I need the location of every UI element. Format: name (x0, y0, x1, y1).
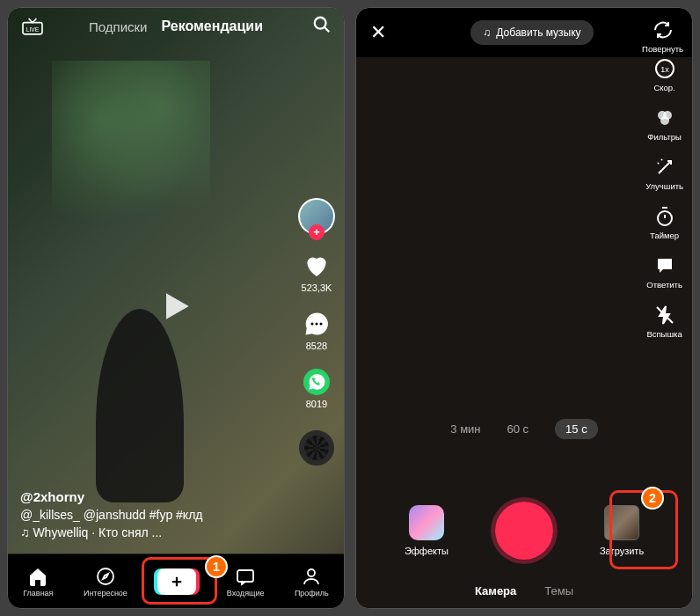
svg-point-7 (98, 568, 113, 584)
video-caption[interactable]: @_killses_ @janshudd #fyp #клд (20, 508, 202, 522)
nav-profile-label: Профиль (295, 589, 329, 598)
flash-button[interactable]: Вспышка (645, 304, 683, 339)
author-handle[interactable]: @2xhorny (20, 489, 202, 504)
effects-icon (409, 505, 444, 540)
mode-templates[interactable]: Темы (544, 584, 573, 598)
search-icon[interactable] (312, 15, 332, 38)
svg-point-3 (311, 323, 314, 326)
speed-button[interactable]: 1x Скор. (645, 57, 683, 92)
flip-label: Повернуть (642, 44, 683, 54)
duration-3min[interactable]: 3 мин (450, 422, 480, 439)
nav-inbox[interactable]: Входящие (227, 566, 265, 598)
feed-header: LIVE Подписки Рекомендации (8, 18, 344, 34)
like-button[interactable]: 523,3K (302, 251, 332, 293)
create-button[interactable] (157, 568, 196, 595)
play-icon[interactable] (157, 287, 195, 329)
speed-icon: 1x (653, 57, 676, 80)
filters-label: Фильтры (647, 132, 682, 142)
add-music-label: Добавить музыку (496, 26, 580, 39)
share-count: 8019 (306, 399, 327, 409)
mode-camera[interactable]: Камера (475, 584, 516, 598)
svg-point-5 (320, 323, 323, 326)
svg-text:LIVE: LIVE (26, 26, 40, 33)
comment-count: 8528 (306, 341, 327, 351)
nav-discover[interactable]: Интересное (84, 566, 128, 598)
nav-inbox-label: Входящие (227, 589, 265, 598)
filters-button[interactable]: Фильтры (645, 106, 683, 142)
upload-label: Загрузить (600, 546, 644, 556)
author-avatar[interactable]: + (298, 198, 335, 235)
step-badge-1: 1 (205, 555, 228, 578)
action-rail: + 523,3K 8528 8019 (298, 198, 335, 466)
bottom-nav: Главная Интересное Входящие Профиль (8, 554, 344, 608)
svg-point-4 (316, 323, 318, 326)
svg-point-9 (308, 569, 315, 576)
timer-button[interactable]: Таймер (645, 205, 683, 240)
sound-disc-icon[interactable] (299, 430, 334, 466)
nav-home-label: Главная (23, 589, 53, 598)
beauty-label: Улучшить (645, 181, 683, 191)
svg-point-2 (315, 18, 326, 29)
timer-label: Таймер (650, 231, 679, 240)
comment-button[interactable]: 8528 (302, 309, 332, 351)
share-button[interactable]: 8019 (302, 367, 332, 409)
reply-label: Ответить (646, 280, 682, 290)
camera-screen: ✕ ♫ Добавить музыку Повернуть 1x Скор. Ф… (355, 7, 693, 609)
duration-selector: 3 мин 60 с 15 с (356, 422, 692, 439)
timer-icon (653, 205, 676, 228)
music-note-icon: ♫ (483, 26, 491, 39)
feed-screen: LIVE Подписки Рекомендации + 523,3K 8528 (7, 7, 345, 609)
upload-thumbnail (604, 505, 639, 540)
follow-plus-icon[interactable]: + (309, 224, 324, 240)
nav-home[interactable]: Главная (23, 566, 53, 598)
filters-icon (653, 106, 676, 129)
video-info: @2xhorny @_killses_ @janshudd #fyp #клд … (20, 489, 202, 543)
record-button[interactable] (491, 497, 558, 564)
camera-header: ✕ ♫ Добавить музыку (356, 20, 692, 45)
sound-title[interactable]: ♫ Whywelliq · Кто снял ... (20, 525, 202, 539)
beauty-button[interactable]: Улучшить (645, 156, 683, 191)
reply-icon (653, 254, 676, 277)
nav-profile[interactable]: Профиль (295, 566, 329, 598)
effects-button[interactable]: Эффекты (405, 505, 448, 556)
tab-for-you[interactable]: Рекомендации (162, 18, 264, 34)
camera-tools: 1x Скор. Фильтры Улучшить Таймер Ответит… (645, 57, 683, 339)
add-music-button[interactable]: ♫ Добавить музыку (470, 20, 593, 45)
like-count: 523,3K (302, 282, 332, 293)
svg-point-14 (660, 116, 669, 125)
flash-label: Вспышка (646, 329, 682, 339)
flash-off-icon (653, 304, 676, 326)
wand-icon (653, 156, 676, 179)
effects-label: Эффекты (405, 546, 448, 556)
svg-rect-8 (237, 570, 253, 582)
camera-controls: Эффекты Загрузить (356, 497, 692, 564)
heart-icon (302, 251, 332, 281)
speed-label: Скор. (653, 83, 674, 92)
reply-button[interactable]: Ответить (645, 254, 683, 290)
whatsapp-icon (302, 367, 332, 397)
mode-selector: Камера Темы (356, 584, 692, 598)
comment-icon (302, 309, 332, 339)
nav-discover-label: Интересное (84, 589, 128, 598)
tab-following[interactable]: Подписки (89, 19, 148, 34)
duration-60s[interactable]: 60 с (507, 422, 529, 439)
close-icon[interactable]: ✕ (370, 21, 386, 44)
step-badge-2: 2 (641, 487, 664, 510)
upload-button[interactable]: Загрузить (600, 505, 644, 556)
svg-text:1x: 1x (660, 65, 669, 74)
live-icon[interactable]: LIVE (20, 17, 45, 36)
duration-15s[interactable]: 15 с (555, 419, 598, 439)
